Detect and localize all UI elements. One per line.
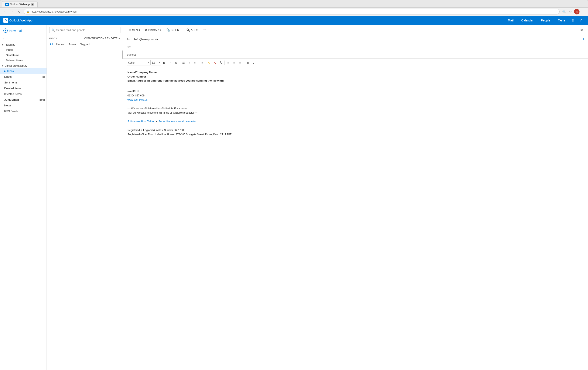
filter-tab-flagged[interactable]: Flagged (79, 42, 90, 47)
new-mail-button[interactable]: + New mail (0, 25, 47, 35)
sidebar-item-deleted[interactable]: Deleted Items (0, 85, 47, 91)
notes-label: Notes (4, 104, 11, 107)
send-icon: ✉ (129, 28, 131, 32)
tab-close-button[interactable]: × (31, 3, 34, 6)
address-bar[interactable]: 🔒 https://outlook.hs20.net/owa/#path=/ma… (24, 9, 559, 14)
sidebar-item-favorites-deleted[interactable]: Deleted Items (0, 58, 47, 63)
underline-button[interactable]: U (173, 60, 179, 65)
filter-tab-unread[interactable]: Unread (56, 42, 66, 47)
highlight-button[interactable]: A (206, 60, 211, 65)
insert-button[interactable]: 📎 INSERT (164, 27, 183, 33)
rss-label: RSS Feeds (4, 110, 18, 113)
to-value[interactable]: Info@use-ip.co.uk (134, 38, 582, 41)
sig-social: Follow use-IP on Twitter • Subscribe to … (127, 119, 584, 124)
apps-button[interactable]: 🔌 APPS (184, 27, 200, 33)
discard-icon: ✕ (145, 28, 147, 32)
sig-reseller: *** We are an official reseller of Miles… (127, 106, 584, 111)
more-format-button[interactable]: ⌄ (251, 60, 256, 65)
sig-newsletter-link[interactable]: Subscribe to our email newsletter (159, 120, 196, 123)
cc-input[interactable] (134, 45, 585, 49)
browser-actions: 🔍 ☆ R ⋮ (561, 9, 586, 14)
font-color-button[interactable]: A (212, 60, 218, 65)
sidebar-item-drafts[interactable]: Drafts [1] (0, 74, 47, 80)
browser-tab[interactable]: O Outlook Web App × (2, 1, 38, 7)
nav-item-tasks[interactable]: Tasks (554, 16, 569, 25)
sidebar-item-rss[interactable]: RSS Feeds (0, 108, 47, 114)
sidebar-item-favorites-inbox[interactable]: Inbox (0, 47, 47, 53)
format-separator-4 (244, 61, 244, 65)
browser-toolbar: ← → ↻ 🔒 https://outlook.hs20.net/owa/#pa… (0, 7, 588, 16)
sig-company: use-IP Ltd (127, 89, 584, 94)
sidebar-item-sent[interactable]: Sent Items (0, 80, 47, 85)
font-size-select[interactable]: 12 (150, 60, 161, 65)
refresh-button[interactable]: ↻ (17, 9, 22, 14)
align-right-button[interactable]: ≡ (237, 60, 243, 65)
sidebar-item-notes[interactable]: Notes (0, 103, 47, 108)
format-separator-2 (205, 61, 205, 65)
inbox-header-label: INBOX (49, 37, 57, 40)
compose-body[interactable]: Name/Company Name Order Number Email Add… (123, 67, 588, 370)
to-label: To: (126, 38, 134, 41)
font-family-select[interactable]: Calibri (126, 60, 150, 65)
profile-button[interactable]: R (574, 9, 579, 14)
collapse-sidebar-button[interactable]: « (0, 35, 47, 42)
user-section-header[interactable]: ▼ Daniel Stewkesbury (0, 63, 47, 68)
nav-item-mail[interactable]: Mail (504, 16, 517, 25)
popout-button[interactable]: ⧉ (579, 27, 585, 33)
app-container: O Outlook Web App Mail Calendar People T… (0, 16, 588, 370)
sidebar-item-junk[interactable]: Junk Email [198] (0, 97, 47, 103)
conversations-sort[interactable]: CONVERSATIONS BY DATE ▼ (84, 37, 120, 40)
formatting-toolbar: Calibri ▼ 12 ▼ B I U ☰ ≡ ⇤ ⇥ (123, 59, 588, 67)
favorites-header[interactable]: ▼ Favorites (0, 42, 47, 47)
filter-tab-to-me[interactable]: To me (68, 42, 76, 47)
infected-label: Infected Items (4, 92, 22, 95)
table-button[interactable]: ⊞ (245, 60, 250, 65)
help-icon[interactable]: ? (577, 16, 585, 25)
settings-icon[interactable]: ⚙ (569, 16, 577, 25)
font-size-wrapper: 12 ▼ (150, 60, 161, 65)
italic-button[interactable]: I (168, 60, 173, 65)
discard-button[interactable]: ✕ DISCARD (143, 27, 163, 33)
email-signature: use-IP Ltd 01304 827 609 www.use-IP.co.u… (127, 89, 584, 137)
browser-chrome: O Outlook Web App × ← → ↻ 🔒 https://outl… (0, 0, 588, 16)
increase-indent-button[interactable]: ⇥ (199, 60, 204, 65)
inbox-header: INBOX CONVERSATIONS BY DATE ▼ (47, 35, 123, 41)
bold-button[interactable]: B (161, 60, 167, 65)
sidebar-item-infected[interactable]: Infected Items (0, 91, 47, 97)
nav-item-people[interactable]: People (537, 16, 554, 25)
new-mail-label: New mail (9, 29, 22, 32)
favorites-label: Favorites (5, 43, 15, 46)
clear-format-button[interactable]: Ā (218, 60, 223, 65)
apps-label: APPS (191, 29, 198, 32)
compose-cc-row: Cc: (123, 43, 588, 51)
insert-icon: 📎 (166, 28, 170, 32)
search-input[interactable] (56, 29, 118, 32)
nav-item-calendar[interactable]: Calendar (517, 16, 537, 25)
sent-label: Sent Items (4, 81, 17, 84)
body-line2: Order Number (127, 74, 584, 79)
new-mail-icon: + (3, 29, 8, 33)
send-button[interactable]: ✉ SEND (126, 27, 142, 33)
sidebar-item-favorites-sent[interactable]: Sent Items (0, 53, 47, 58)
forward-button[interactable]: → (9, 9, 15, 14)
decrease-indent-button[interactable]: ⇤ (193, 60, 198, 65)
align-left-button[interactable]: ≡ (225, 60, 231, 65)
url-text: https://outlook.hs20.net/owa/#path=/mail (31, 10, 76, 13)
bookmark-button[interactable]: ☆ (567, 9, 573, 14)
more-options-button[interactable]: ••• (201, 27, 208, 33)
back-button[interactable]: ← (2, 9, 8, 14)
compose-subject-row: Subject: (123, 51, 588, 59)
filter-tab-all[interactable]: All (49, 42, 53, 47)
add-recipients-button[interactable]: + (582, 37, 585, 41)
search-button[interactable]: 🔍 (561, 9, 567, 14)
subject-input[interactable] (139, 53, 585, 56)
search-input-wrapper[interactable]: 🔍 (49, 27, 120, 33)
sig-website-link[interactable]: www.use-IP.co.uk (127, 98, 147, 101)
scroll-indicator (122, 50, 123, 59)
align-center-button[interactable]: ≡ (231, 60, 237, 65)
sidebar-item-inbox[interactable]: ▶ Inbox (0, 68, 47, 74)
sig-twitter-link[interactable]: Follow use-IP on Twitter (127, 120, 155, 123)
bullet-list-button[interactable]: ☰ (181, 60, 186, 65)
menu-button[interactable]: ⋮ (580, 9, 586, 14)
numbered-list-button[interactable]: ≡ (187, 60, 192, 65)
